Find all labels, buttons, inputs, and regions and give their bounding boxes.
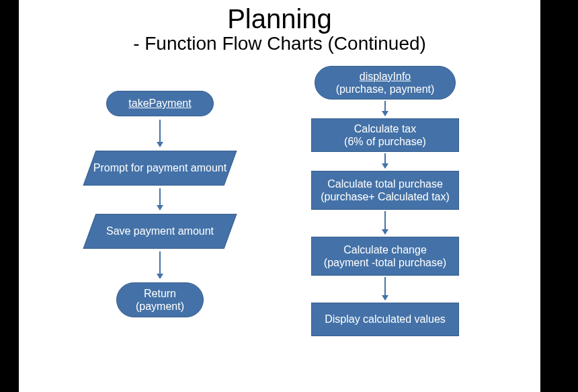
- terminator-displayinfo-label-1: displayInfo: [360, 70, 411, 83]
- arrow-icon: [384, 153, 386, 168]
- arrow-icon: [159, 188, 161, 210]
- arrow-icon: [159, 120, 161, 147]
- process-display-values: Display calculated values: [311, 303, 459, 336]
- io-save-payment: Save payment amount: [83, 214, 237, 249]
- terminator-return-label-2: (payment): [136, 300, 184, 313]
- terminator-return: Return (payment): [116, 282, 204, 317]
- process-calculate-total-l1: Calculate total purchase: [327, 178, 443, 190]
- terminator-displayinfo-label-2: (purchase, payment): [336, 83, 435, 95]
- arrow-icon: [159, 251, 161, 278]
- terminator-return-label-1: Return: [144, 287, 176, 300]
- process-calculate-tax-l2: (6% of purchase): [344, 135, 426, 148]
- arrow-icon: [384, 211, 386, 234]
- process-calculate-tax-l1: Calculate tax: [354, 122, 417, 135]
- terminator-takepayment-label: takePayment: [128, 97, 191, 110]
- io-save-payment-label: Save payment amount: [106, 225, 214, 237]
- process-calculate-change-l2: (payment -total purchase): [324, 256, 446, 269]
- process-calculate-total-l2: (purchase+ Calculated tax): [321, 190, 450, 203]
- slide-title: Planning: [19, 0, 540, 34]
- process-display-values-label: Display calculated values: [325, 313, 446, 325]
- process-calculate-change-l1: Calculate change: [343, 243, 427, 256]
- terminator-displayinfo: displayInfo (purchase, payment): [315, 66, 456, 100]
- io-prompt-payment-label: Prompt for payment amount: [93, 161, 226, 174]
- process-calculate-total: Calculate total purchase (purchase+ Calc…: [311, 171, 459, 210]
- process-calculate-change: Calculate change (payment -total purchas…: [311, 237, 459, 276]
- arrow-icon: [384, 277, 386, 300]
- io-prompt-payment: Prompt for payment amount: [83, 151, 237, 186]
- terminator-takepayment: takePayment: [106, 91, 214, 116]
- slide: Planning - Function Flow Charts (Continu…: [19, 0, 540, 392]
- arrow-icon: [384, 101, 386, 116]
- process-calculate-tax: Calculate tax (6% of purchase): [311, 118, 459, 152]
- slide-subtitle: - Function Flow Charts (Continued): [19, 33, 540, 54]
